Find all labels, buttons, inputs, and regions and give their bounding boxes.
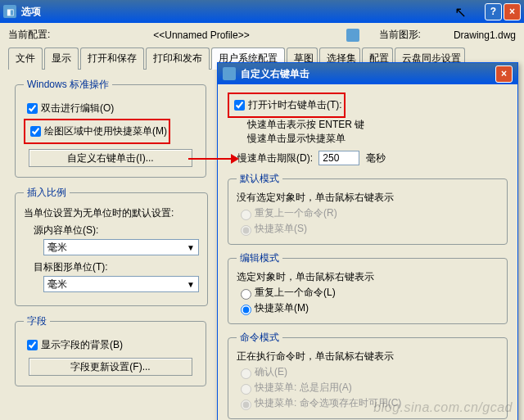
drawing-name: Drawing1.dwg <box>454 29 516 41</box>
legend-edit: 编辑模式 <box>237 251 282 265</box>
cursor-pointer: ↖ <box>454 3 467 21</box>
help-button[interactable]: ? <box>485 3 502 20</box>
slow-duration-label: 慢速单击期限(D): <box>237 152 313 164</box>
chk-shortcut-menu[interactable]: 绘图区域中使用快捷菜单(M) <box>27 124 167 139</box>
default-desc: 没有选定对象时，单击鼠标右键表示 <box>237 191 499 205</box>
src-unit-label: 源内容单位(S): <box>34 224 199 237</box>
radio-cmd-options[interactable]: 快捷菜单: 命令选项存在时可用(C) <box>237 396 499 410</box>
insert-desc: 当单位设置为无单位时的默认设置: <box>24 206 199 220</box>
chevron-down-icon: ▼ <box>187 280 195 289</box>
current-drawing-label: 当前图形: <box>379 28 421 42</box>
command-desc: 正在执行命令时，单击鼠标右键表示 <box>237 350 499 364</box>
group-default-mode: 默认模式 没有选定对象时，单击鼠标右键表示 重复上一个命令(R) 快捷菜单(S) <box>228 172 508 245</box>
drawing-icon <box>346 29 359 42</box>
sub-close-button[interactable]: × <box>495 65 513 83</box>
legend-default: 默认模式 <box>237 172 282 186</box>
legend-windows: Windows 标准操作 <box>24 78 112 92</box>
slow-click-desc: 慢速单击显示快捷菜单 <box>247 132 508 146</box>
tab-print[interactable]: 打印和发布 <box>146 47 210 70</box>
fast-click-desc: 快速单击表示按 ENTER 键 <box>247 118 508 132</box>
radio-edit-repeat[interactable]: 重复上一个命令(L) <box>237 286 499 300</box>
group-command-mode: 命令模式 正在执行命令时，单击鼠标右键表示 确认(E) 快捷菜单: 总是启用(A… <box>228 331 508 419</box>
chk-double-click[interactable]: 双击进行编辑(O) <box>24 101 197 116</box>
tab-display[interactable]: 显示 <box>44 47 79 70</box>
group-edit-mode: 编辑模式 选定对象时，单击鼠标右键表示 重复上一个命令(L) 快捷菜单(M) <box>228 251 508 324</box>
legend-command: 命令模式 <box>237 331 282 345</box>
group-field: 字段 显示字段的背景(B) 字段更新设置(F)... <box>15 314 206 386</box>
chevron-down-icon: ▼ <box>187 243 195 252</box>
annotation-arrow-head <box>231 154 239 164</box>
sub-app-icon <box>223 67 236 80</box>
tab-file[interactable]: 文件 <box>8 47 43 70</box>
radio-default-menu[interactable]: 快捷菜单(S) <box>237 222 499 236</box>
edit-desc: 选定对象时，单击鼠标右键表示 <box>237 270 499 284</box>
radio-default-repeat[interactable]: 重复上一个命令(R) <box>237 206 499 220</box>
tgt-unit-label: 目标图形单位(T): <box>34 260 199 274</box>
slow-duration-unit: 毫秒 <box>366 152 386 164</box>
slow-duration-input[interactable] <box>318 151 359 165</box>
sub-titlebar: 自定义右键单击 × <box>218 63 517 84</box>
window-title: 选项 <box>21 5 485 19</box>
group-windows: Windows 标准操作 双击进行编辑(O) 绘图区域中使用快捷菜单(M) 自定… <box>15 78 206 178</box>
custom-rightclick-dialog: 自定义右键单击 × 打开计时右键单击(T): 快速单击表示按 ENTER 键 慢… <box>217 62 518 420</box>
tab-open-save[interactable]: 打开和保存 <box>80 47 144 70</box>
current-config-label: 当前配置: <box>8 28 50 42</box>
highlight-timed-rightclick: 打开计时右键单击(T): <box>228 93 346 118</box>
radio-cmd-always[interactable]: 快捷菜单: 总是启用(A) <box>237 381 499 395</box>
main-titlebar: ◧ 选项 ? × <box>0 0 524 23</box>
app-icon: ◧ <box>3 5 16 18</box>
profile-name: <<Unnamed Profile>> <box>56 29 346 41</box>
annotation-arrow <box>188 158 236 160</box>
sub-title: 自定义右键单击 <box>241 67 495 81</box>
chk-timed-rightclick[interactable]: 打开计时右键单击(T): <box>231 97 342 113</box>
radio-cmd-confirm[interactable]: 确认(E) <box>237 365 499 379</box>
tab-content: Windows 标准操作 双击进行编辑(O) 绘图区域中使用快捷菜单(M) 自定… <box>8 70 213 403</box>
btn-custom-rightclick[interactable]: 自定义右键单击(I)... <box>29 149 192 167</box>
radio-edit-menu[interactable]: 快捷菜单(M) <box>237 301 499 315</box>
tgt-unit-select[interactable]: 毫米▼ <box>43 276 199 292</box>
btn-field-update[interactable]: 字段更新设置(F)... <box>29 358 192 376</box>
chk-field-bg[interactable]: 显示字段的背景(B) <box>24 337 197 353</box>
src-unit-select[interactable]: 毫米▼ <box>43 239 199 255</box>
highlight-shortcut-menu: 绘图区域中使用快捷菜单(M) <box>24 119 170 144</box>
legend-insert: 插入比例 <box>24 186 70 200</box>
legend-field: 字段 <box>24 314 50 328</box>
group-insert-scale: 插入比例 当单位设置为无单位时的默认设置: 源内容单位(S): 毫米▼ 目标图形… <box>15 186 208 306</box>
close-button[interactable]: × <box>504 3 521 20</box>
